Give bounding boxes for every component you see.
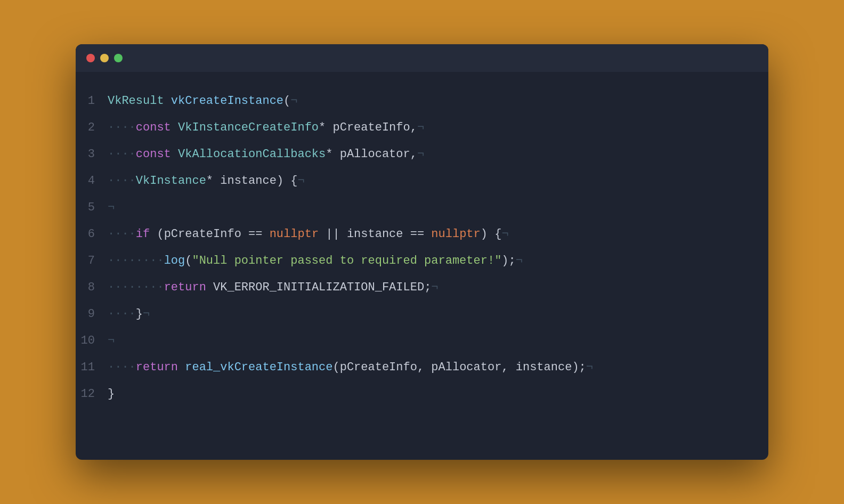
line-content: ····const VkInstanceCreateInfo* pCreateI… — [108, 116, 424, 140]
dot-token: ···· — [108, 227, 136, 241]
line-number: 5 — [76, 196, 108, 220]
param-token: pAllocator — [340, 148, 410, 161]
dot-token: ········ — [108, 254, 164, 267]
line-content: ········log("Null pointer passed to requ… — [108, 249, 523, 273]
nl-token: ¬ — [290, 94, 297, 108]
table-row: 5¬ — [76, 194, 768, 221]
plain-token — [150, 227, 157, 241]
op-token: == — [248, 227, 262, 241]
param-token: pCreateInfo — [332, 121, 410, 134]
op-token: || — [326, 227, 339, 241]
semi-token: ; — [579, 361, 586, 374]
comma-token: , — [501, 361, 508, 374]
code-editor: 1VkResult vkCreateInstance(¬2····const V… — [76, 72, 768, 460]
plain-token — [403, 227, 410, 241]
kw-token: const — [136, 121, 171, 134]
plain-token — [206, 281, 213, 294]
dot-token: ···· — [108, 121, 136, 134]
line-content: ····if (pCreateInfo == nullptr || instan… — [108, 222, 509, 247]
plain-token — [424, 227, 431, 241]
maximize-button[interactable] — [114, 54, 123, 62]
param-token: instance — [220, 174, 277, 188]
line-content: ····VkInstance* instance) {¬ — [108, 169, 305, 193]
line-number: 1 — [76, 89, 108, 113]
nl-token: ¬ — [501, 227, 508, 241]
line-number: 11 — [76, 355, 108, 380]
dot-token: ···· — [108, 148, 136, 161]
line-content: } — [108, 382, 115, 407]
nl-token: ¬ — [516, 254, 523, 267]
kw-token: return — [136, 361, 178, 374]
star-token: * — [319, 121, 326, 134]
table-row: 10¬ — [76, 328, 768, 354]
func-token: vkCreateInstance — [171, 94, 283, 108]
param-token: pAllocator — [431, 361, 501, 374]
real-token: real_vkCreateInstance — [185, 361, 332, 374]
paren-token: ) — [277, 174, 283, 188]
table-row: 3····const VkAllocationCallbacks* pAlloc… — [76, 141, 768, 168]
star-token: * — [206, 174, 213, 188]
nl-token: ¬ — [417, 121, 424, 134]
dot-token: ···· — [108, 307, 136, 321]
comma-token: , — [410, 148, 417, 161]
code-window: 1VkResult vkCreateInstance(¬2····const V… — [76, 44, 768, 460]
plain-token — [340, 227, 347, 241]
plain-token — [262, 227, 269, 241]
dot-token: ········ — [108, 281, 164, 294]
plain-token — [509, 361, 516, 374]
plain-token — [332, 148, 339, 161]
table-row: 2····const VkInstanceCreateInfo* pCreate… — [76, 115, 768, 141]
semi-token: ; — [424, 281, 431, 294]
log-token: log — [164, 254, 185, 267]
nl-token: ¬ — [586, 361, 593, 374]
paren-token: ) — [501, 254, 508, 267]
line-number: 12 — [76, 382, 108, 407]
minimize-button[interactable] — [100, 54, 109, 62]
line-number: 10 — [76, 329, 108, 353]
titlebar — [76, 44, 768, 72]
plain-token — [326, 121, 332, 134]
close-button[interactable] — [86, 54, 95, 62]
kw-token: if — [136, 227, 150, 241]
table-row: 4····VkInstance* instance) {¬ — [76, 168, 768, 194]
star-token: * — [326, 148, 332, 161]
nl-token: ¬ — [297, 174, 304, 188]
paren-token: ( — [332, 361, 339, 374]
nl-token: ¬ — [417, 148, 424, 161]
type-token: VkInstanceCreateInfo — [178, 121, 319, 134]
table-row: 8········return VK_ERROR_INITIALIZATION_… — [76, 274, 768, 301]
type-token: VkInstance — [136, 174, 206, 188]
param-token: pCreateInfo — [164, 227, 241, 241]
nl-token: ¬ — [143, 307, 150, 321]
line-number: 8 — [76, 275, 108, 300]
paren-token: ( — [185, 254, 192, 267]
line-content: VkResult vkCreateInstance(¬ — [108, 89, 297, 113]
line-content: ····const VkAllocationCallbacks* pAlloca… — [108, 142, 424, 167]
paren-token: ) — [481, 227, 488, 241]
plain-token — [171, 148, 178, 161]
comma-token: , — [417, 361, 424, 374]
type-token: VkAllocationCallbacks — [178, 148, 326, 161]
nl-token: ¬ — [108, 334, 115, 347]
table-row: 12} — [76, 381, 768, 408]
kw-token: return — [164, 281, 206, 294]
paren-token: ) — [572, 361, 579, 374]
nl-token: ¬ — [108, 201, 115, 214]
dot-token: ···· — [108, 174, 136, 188]
table-row: 6····if (pCreateInfo == nullptr || insta… — [76, 221, 768, 248]
line-content: ····}¬ — [108, 302, 150, 327]
line-number: 2 — [76, 116, 108, 140]
param-token: instance — [516, 361, 572, 374]
table-row: 9····}¬ — [76, 301, 768, 328]
line-content: ¬ — [108, 329, 115, 353]
plain-token — [171, 121, 178, 134]
line-number: 7 — [76, 249, 108, 273]
str-token: "Null pointer passed to required paramet… — [192, 254, 501, 267]
op-token: == — [410, 227, 424, 241]
plain-token — [241, 227, 248, 241]
plain-token — [488, 227, 494, 241]
null-token: nullptr — [431, 227, 480, 241]
param-token: pCreateInfo — [340, 361, 417, 374]
brace-token: { — [494, 227, 501, 241]
plain-token — [164, 94, 171, 108]
